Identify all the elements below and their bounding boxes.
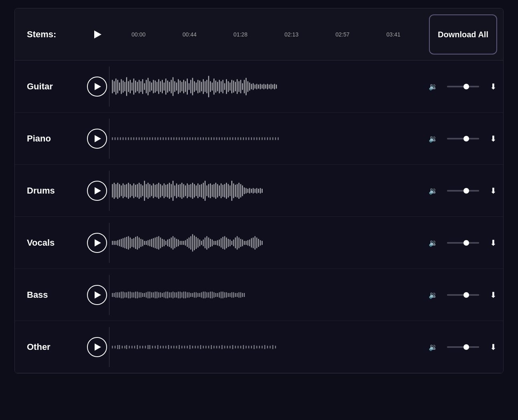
circle-play-other[interactable] xyxy=(87,337,107,357)
svg-rect-201 xyxy=(192,183,193,199)
svg-rect-327 xyxy=(114,293,115,297)
svg-rect-28 xyxy=(162,80,163,93)
slider-knob-vocals[interactable] xyxy=(463,240,469,246)
svg-rect-24 xyxy=(155,81,156,93)
circle-play-vocals[interactable] xyxy=(87,233,107,253)
svg-rect-397 xyxy=(239,292,239,297)
slider-knob-guitar[interactable] xyxy=(463,84,469,89)
stems-label: Stems: xyxy=(15,29,85,40)
svg-rect-47 xyxy=(196,83,196,91)
svg-rect-423 xyxy=(168,345,169,349)
stem-play-bass[interactable] xyxy=(85,285,109,305)
slider-knob-drums[interactable] xyxy=(463,188,469,194)
svg-rect-148 xyxy=(259,137,260,140)
stem-row-bass: Bass xyxy=(15,269,503,321)
svg-rect-202 xyxy=(194,184,195,197)
slider-track-other[interactable] xyxy=(447,346,479,348)
svg-rect-278 xyxy=(178,239,179,246)
svg-rect-374 xyxy=(198,293,198,297)
svg-rect-113 xyxy=(166,137,166,140)
volume-slider-piano[interactable] xyxy=(443,138,483,139)
svg-rect-299 xyxy=(215,241,216,245)
slider-track-bass[interactable] xyxy=(447,294,479,296)
download-button-drums[interactable]: ⬇ xyxy=(483,186,503,196)
slider-knob-piano[interactable] xyxy=(463,136,469,141)
download-button-other[interactable]: ⬇ xyxy=(483,342,503,352)
download-icon-other: ⬇ xyxy=(490,342,497,352)
slider-knob-other[interactable] xyxy=(463,344,469,350)
svg-rect-16 xyxy=(140,81,141,92)
svg-rect-33 xyxy=(171,80,172,93)
svg-rect-410 xyxy=(134,345,135,348)
download-icon-piano: ⬇ xyxy=(490,134,497,143)
slider-track-vocals[interactable] xyxy=(447,242,479,244)
svg-rect-174 xyxy=(144,181,145,201)
time-marker-1: 00:44 xyxy=(182,31,196,38)
svg-rect-59 xyxy=(217,82,218,91)
svg-rect-289 xyxy=(198,238,198,247)
svg-rect-111 xyxy=(160,137,161,140)
svg-rect-40 xyxy=(183,80,184,93)
svg-rect-56 xyxy=(212,83,212,91)
svg-rect-86 xyxy=(265,85,266,89)
download-all-button[interactable]: Download All xyxy=(429,14,497,55)
stem-play-piano[interactable] xyxy=(85,129,109,149)
circle-play-piano[interactable] xyxy=(87,129,107,149)
circle-play-bass[interactable] xyxy=(87,285,107,305)
svg-rect-193 xyxy=(178,185,179,197)
svg-rect-93 xyxy=(112,137,113,140)
svg-rect-231 xyxy=(246,188,247,193)
svg-rect-320 xyxy=(253,237,253,248)
volume-slider-other[interactable] xyxy=(443,346,483,348)
svg-rect-361 xyxy=(174,292,175,297)
svg-rect-440 xyxy=(214,345,214,348)
volume-slider-vocals[interactable] xyxy=(443,242,483,244)
svg-rect-11 xyxy=(132,83,132,91)
volume-slider-guitar[interactable] xyxy=(443,86,483,87)
slider-track-guitar[interactable] xyxy=(447,86,479,87)
stem-play-other[interactable] xyxy=(85,337,109,357)
svg-rect-21 xyxy=(150,81,150,92)
svg-rect-172 xyxy=(140,184,141,197)
svg-rect-455 xyxy=(254,345,255,349)
svg-rect-131 xyxy=(214,137,214,140)
svg-rect-222 xyxy=(230,185,231,196)
stem-play-guitar[interactable] xyxy=(85,77,109,97)
stems-play-button[interactable] xyxy=(85,30,109,38)
download-button-guitar[interactable]: ⬇ xyxy=(483,82,503,91)
svg-rect-52 xyxy=(204,81,205,92)
svg-rect-204 xyxy=(198,183,198,198)
svg-rect-265 xyxy=(155,237,156,248)
svg-rect-254 xyxy=(135,237,136,249)
svg-rect-88 xyxy=(269,85,269,89)
circle-play-guitar[interactable] xyxy=(87,77,107,97)
slider-track-piano[interactable] xyxy=(447,138,479,139)
svg-rect-171 xyxy=(139,183,140,199)
volume-slider-drums[interactable] xyxy=(443,190,483,192)
svg-rect-245 xyxy=(119,239,120,246)
speaker-icon-drums: 🔉 xyxy=(429,186,437,195)
svg-rect-335 xyxy=(128,291,129,298)
svg-rect-10 xyxy=(130,80,131,93)
svg-rect-216 xyxy=(219,185,220,196)
slider-knob-bass[interactable] xyxy=(463,292,469,298)
svg-rect-240 xyxy=(262,189,263,193)
circle-play-drums[interactable] xyxy=(87,181,107,201)
play-icon-other xyxy=(95,343,101,351)
svg-rect-81 xyxy=(256,84,257,89)
download-button-piano[interactable]: ⬇ xyxy=(483,134,503,143)
svg-rect-257 xyxy=(140,239,141,247)
slider-track-drums[interactable] xyxy=(447,190,479,192)
download-button-vocals[interactable]: ⬇ xyxy=(483,238,503,248)
svg-rect-342 xyxy=(140,292,141,297)
svg-rect-247 xyxy=(123,238,123,247)
svg-rect-74 xyxy=(244,80,245,93)
stem-play-drums[interactable] xyxy=(85,181,109,201)
volume-slider-bass[interactable] xyxy=(443,294,483,296)
svg-rect-132 xyxy=(216,137,217,140)
svg-rect-221 xyxy=(228,184,229,197)
svg-rect-19 xyxy=(146,80,147,93)
svg-rect-432 xyxy=(192,345,193,348)
download-button-bass[interactable]: ⬇ xyxy=(483,290,503,300)
stem-play-vocals[interactable] xyxy=(85,233,109,253)
